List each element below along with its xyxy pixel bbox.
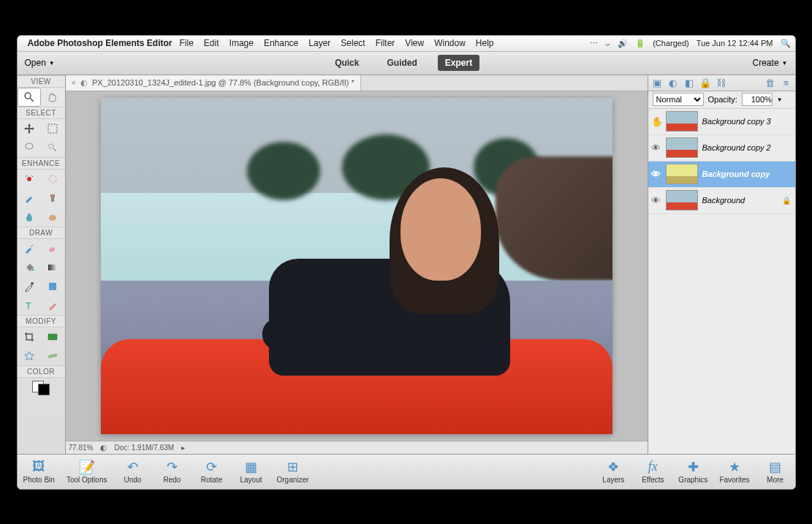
- menu-layer[interactable]: Layer: [308, 38, 330, 48]
- mode-guided[interactable]: Guided: [379, 55, 424, 71]
- new-layer-icon[interactable]: ▣: [651, 77, 663, 88]
- straighten-tool[interactable]: [41, 346, 65, 365]
- mode-quick[interactable]: Quick: [327, 55, 366, 71]
- clock[interactable]: Tue Jun 12 12:44 PM: [697, 39, 773, 48]
- layout-button[interactable]: ▦ Layout: [237, 460, 265, 484]
- opacity-label: Opacity:: [708, 95, 737, 104]
- layer-row[interactable]: ✋ Background copy 3: [648, 109, 795, 135]
- svg-point-13: [31, 282, 34, 285]
- brush-tool[interactable]: [18, 239, 42, 258]
- menu-view[interactable]: View: [405, 38, 424, 48]
- wifi-icon[interactable]: ⌵: [605, 39, 610, 48]
- link-layer-icon[interactable]: ⛓: [716, 77, 727, 88]
- chevron-down-icon[interactable]: ▼: [777, 96, 783, 103]
- visibility-toggle[interactable]: ✋: [651, 116, 661, 127]
- quick-select-tool[interactable]: [41, 138, 65, 157]
- lasso-tool[interactable]: [18, 138, 42, 157]
- zoom-level[interactable]: 77.81%: [69, 444, 94, 452]
- color-swatch[interactable]: [18, 378, 65, 395]
- doc-size[interactable]: Doc: 1.91M/7.63M: [114, 444, 174, 452]
- paint-bucket-tool[interactable]: [18, 258, 42, 277]
- layer-name[interactable]: Background copy: [702, 170, 792, 178]
- open-button[interactable]: Open ▼: [25, 58, 55, 68]
- hand-tool[interactable]: [41, 88, 65, 107]
- spotlight-icon[interactable]: 🔍: [781, 39, 791, 48]
- layer-row[interactable]: 👁 Background copy 2: [648, 135, 795, 162]
- eyedropper-tool[interactable]: [18, 277, 42, 296]
- blur-tool[interactable]: [18, 208, 42, 227]
- redo-button[interactable]: ↷ Redo: [158, 460, 186, 484]
- marquee-tool[interactable]: [41, 119, 65, 138]
- zoom-tool[interactable]: [18, 88, 42, 107]
- menu-enhance[interactable]: Enhance: [264, 38, 298, 48]
- favorites-button[interactable]: ★ Favorites: [719, 460, 749, 484]
- cookie-cutter-tool[interactable]: [18, 346, 42, 365]
- menu-edit[interactable]: Edit: [204, 38, 219, 48]
- status-caret-icon[interactable]: ▸: [181, 444, 185, 452]
- layer-thumbnail[interactable]: [666, 111, 698, 132]
- smart-brush-tool[interactable]: [18, 189, 42, 208]
- tool-options-button[interactable]: 📝 Tool Options: [67, 460, 107, 484]
- menu-window[interactable]: Window: [434, 38, 466, 48]
- layer-row[interactable]: 👁 Background copy: [648, 162, 795, 188]
- organizer-button[interactable]: ⊞ Organizer: [276, 460, 308, 484]
- visibility-toggle[interactable]: 👁: [651, 143, 661, 153]
- volume-icon[interactable]: 🔊: [618, 39, 628, 48]
- panel-menu-icon[interactable]: ≡: [781, 77, 792, 88]
- layer-row[interactable]: 👁 Background 🔒: [648, 188, 795, 214]
- graphics-button[interactable]: ✚ Graphics: [678, 460, 707, 484]
- redeye-tool[interactable]: [18, 170, 42, 189]
- menu-image[interactable]: Image: [229, 38, 254, 48]
- effects-button[interactable]: fx Effects: [639, 460, 667, 484]
- delete-layer-icon[interactable]: 🗑: [764, 77, 776, 88]
- adjustment-layer-icon[interactable]: ◧: [683, 77, 695, 88]
- menu-file[interactable]: File: [180, 38, 194, 48]
- section-modify: MODIFY: [18, 315, 65, 327]
- opacity-input[interactable]: [742, 93, 773, 106]
- layer-thumbnail[interactable]: [666, 137, 698, 158]
- spot-heal-tool[interactable]: [41, 170, 65, 189]
- layer-name[interactable]: Background copy 2: [702, 143, 792, 152]
- redo-icon: ↷: [167, 460, 178, 474]
- create-button[interactable]: Create ▼: [753, 58, 788, 68]
- document-tab-bar: × ◐ PX_20120310_1324J_edited-1.jpg @ 77.…: [66, 75, 648, 91]
- clone-stamp-tool[interactable]: [41, 189, 65, 208]
- eraser-tool[interactable]: [41, 239, 65, 258]
- document-tab[interactable]: × ◐ PX_20120310_1324J_edited-1.jpg @ 77.…: [66, 75, 361, 91]
- menu-help[interactable]: Help: [476, 38, 494, 48]
- battery-status: (Charged): [653, 39, 689, 48]
- crop-tool[interactable]: [18, 327, 42, 346]
- layer-name[interactable]: Background copy 3: [702, 117, 792, 126]
- recompose-tool[interactable]: [41, 327, 65, 346]
- visibility-toggle[interactable]: 👁: [651, 169, 661, 180]
- type-tool[interactable]: T: [18, 296, 42, 315]
- sponge-tool[interactable]: [41, 208, 65, 227]
- shape-tool[interactable]: [41, 277, 65, 296]
- blend-mode-select[interactable]: Normal: [653, 93, 704, 106]
- move-tool[interactable]: [18, 119, 42, 138]
- battery-icon[interactable]: 🔋: [635, 39, 645, 48]
- svg-rect-2: [48, 124, 57, 133]
- layers-button[interactable]: ❖ Layers: [599, 460, 627, 484]
- lock-layer-icon[interactable]: 🔒: [699, 77, 711, 88]
- gradient-tool[interactable]: [41, 258, 65, 277]
- pencil-tool[interactable]: [41, 296, 65, 315]
- rotate-button[interactable]: ⟳ Rotate: [197, 460, 225, 484]
- canvas[interactable]: [66, 91, 648, 441]
- overflow-icon[interactable]: ⋯: [590, 39, 598, 48]
- close-tab-icon[interactable]: ×: [72, 78, 76, 87]
- layer-thumbnail[interactable]: [666, 164, 698, 184]
- photo-bin-button[interactable]: 🖼 Photo Bin: [23, 460, 55, 484]
- mode-expert[interactable]: Expert: [438, 55, 479, 71]
- layer-name[interactable]: Background: [702, 196, 778, 205]
- layer-thumbnail[interactable]: [666, 190, 698, 210]
- visibility-toggle[interactable]: 👁: [651, 195, 661, 206]
- menu-filter[interactable]: Filter: [376, 38, 395, 48]
- layer-fx-icon[interactable]: ◐: [667, 77, 679, 88]
- background-color[interactable]: [38, 384, 50, 395]
- menu-select[interactable]: Select: [341, 38, 365, 48]
- more-button[interactable]: ▤ More: [762, 460, 789, 484]
- undo-button[interactable]: ↶ Undo: [118, 460, 146, 484]
- menu-bar: Adobe Photoshop Elements Editor File Edi…: [18, 36, 795, 52]
- section-view: VIEW: [18, 75, 65, 88]
